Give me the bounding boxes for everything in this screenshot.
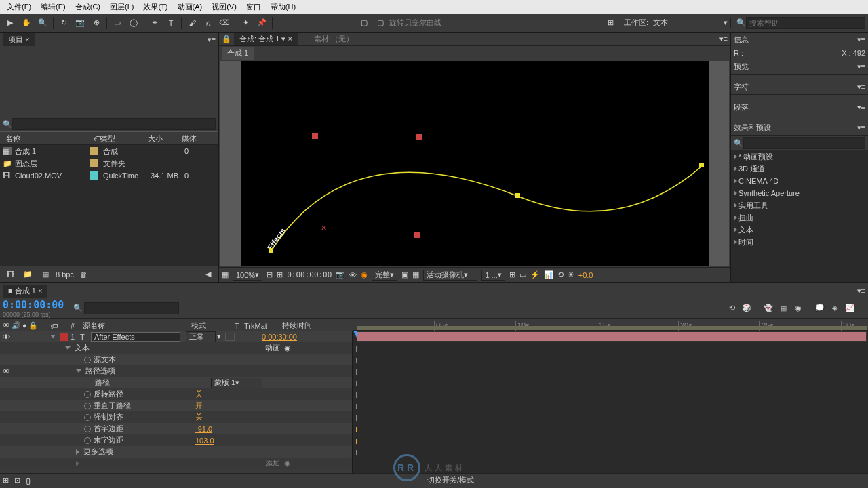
twirl-icon[interactable]	[76, 449, 79, 455]
toolbar-opt2-icon[interactable]: ▢	[373, 16, 388, 30]
preview-panel-tab[interactable]: 预览	[734, 62, 749, 72]
zoom-dropdown[interactable]: 100% ▾	[233, 270, 262, 281]
menu-edit[interactable]: 编辑(E)	[37, 1, 70, 14]
res-up-icon[interactable]: ⊞	[277, 270, 283, 279]
panel-menu-icon[interactable]: ▾≡	[857, 35, 865, 44]
workspace-dropdown[interactable]: 文本▾	[650, 18, 731, 28]
exposure-value[interactable]: +0.0	[578, 271, 593, 279]
toggle-modes-icon[interactable]: ⊡	[14, 476, 20, 485]
motion-blur-icon[interactable]: ◉	[791, 301, 806, 316]
selection-tool-icon[interactable]: ▶	[3, 16, 18, 30]
interpret-footage-icon[interactable]: 🎞	[3, 267, 18, 282]
comp-flow-icon[interactable]: ⟲	[557, 270, 564, 279]
shy-icon[interactable]: 👻	[761, 301, 776, 316]
menu-layer[interactable]: 图层(L)	[106, 1, 138, 14]
anchor-point-icon[interactable]	[312, 133, 318, 139]
effects-category[interactable]: * 动画预设	[731, 150, 868, 163]
rectangle-tool-icon[interactable]: ▭	[110, 16, 125, 30]
composition-viewer[interactable]: Effects ✕	[220, 61, 729, 266]
stopwatch-icon[interactable]	[84, 357, 91, 363]
project-item[interactable]: ▦ 合成 1 合成 0	[0, 145, 218, 157]
pen-tool-icon[interactable]: ✒	[147, 16, 162, 30]
graph-editor-icon[interactable]: 📈	[842, 301, 857, 316]
draft3d-icon[interactable]: 🎲	[739, 301, 754, 316]
property-value[interactable]: -91.0	[195, 425, 212, 433]
property-reverse-path[interactable]: 反转路径	[94, 389, 195, 399]
menu-effect[interactable]: 效果(T)	[139, 1, 172, 14]
panel-menu-icon[interactable]: ▾≡	[857, 287, 865, 296]
stopwatch-icon[interactable]	[84, 403, 91, 409]
twirl-icon[interactable]	[65, 346, 71, 350]
menu-animation[interactable]: 动画(A)	[174, 1, 207, 14]
label-color[interactable]	[90, 171, 98, 180]
resolution-dropdown[interactable]: 完整 ▾	[372, 270, 397, 281]
toolbar-opt1-icon[interactable]: ▢	[357, 16, 372, 30]
timeline-search-input[interactable]	[84, 302, 179, 314]
twirl-icon[interactable]	[50, 335, 56, 338]
duration-value[interactable]: 0:00:30:00	[262, 333, 297, 341]
info-panel-tab[interactable]: 信息	[734, 35, 749, 45]
puppet-tool-icon[interactable]: 📌	[254, 16, 269, 30]
property-perpendicular[interactable]: 垂直于路径	[94, 401, 195, 411]
path-mask-dropdown[interactable]: 蒙版 1 ▾	[211, 378, 262, 388]
property-value[interactable]: 103.0	[195, 436, 214, 445]
effects-category[interactable]: CINEMA 4D	[731, 175, 868, 187]
timeline-icon[interactable]: 📊	[544, 270, 553, 279]
work-area-bar[interactable]	[357, 326, 867, 330]
zoom-tool-icon[interactable]: 🔍	[35, 16, 50, 30]
camera-tool-icon[interactable]: 📷	[73, 16, 87, 30]
menu-file[interactable]: 文件(F)	[3, 1, 35, 14]
preserve-transparency-toggle[interactable]	[225, 333, 235, 341]
column-trkmat[interactable]: TrkMat	[244, 322, 282, 330]
panel-menu-icon[interactable]: ▾≡	[857, 123, 865, 132]
effects-category[interactable]: 扭曲	[731, 211, 868, 224]
transparency-grid-icon[interactable]: ▦	[412, 270, 419, 279]
res-down-icon[interactable]: ⊟	[267, 270, 273, 279]
column-duration[interactable]: 持续时间	[282, 321, 312, 331]
channel-icon[interactable]: ◉	[361, 270, 368, 279]
share-view-icon[interactable]: ⊞	[509, 270, 515, 279]
effects-category[interactable]: 文本	[731, 224, 868, 236]
camera-dropdown[interactable]: 活动摄像机 ▾	[423, 270, 477, 281]
property-value[interactable]: 关	[195, 412, 203, 422]
snap-icon[interactable]: ⊞	[604, 16, 618, 30]
menu-composition[interactable]: 合成(C)	[71, 1, 104, 14]
add-button[interactable]: 添加: ◉	[265, 458, 291, 468]
stopwatch-icon[interactable]	[84, 437, 91, 444]
new-folder-icon[interactable]: 📁	[20, 267, 35, 282]
toggle-brackets-icon[interactable]: {}	[26, 476, 31, 485]
hand-tool-icon[interactable]: ✋	[19, 16, 34, 30]
anchor-point-icon[interactable]	[414, 232, 420, 238]
current-time[interactable]: 0:00:00:00	[3, 299, 73, 311]
effects-category[interactable]: 实用工具	[731, 199, 868, 211]
property-path-options[interactable]: 路径选项	[85, 366, 115, 376]
time-ruler[interactable]: 05s 10s 15s 20s 25s 30s	[353, 319, 868, 331]
property-last-margin[interactable]: 末字边距	[94, 435, 195, 445]
layer-anchor-icon[interactable]: ✕	[321, 224, 327, 232]
panel-menu-icon[interactable]: ▾≡	[857, 103, 865, 112]
grid-icon[interactable]: ▦	[222, 270, 229, 279]
stopwatch-icon[interactable]	[84, 391, 91, 398]
layer-name-field[interactable]: After Effects	[91, 332, 180, 342]
rotate-tool-icon[interactable]: ↻	[56, 16, 71, 30]
column-name[interactable]: 名称	[3, 134, 91, 144]
effects-search-input[interactable]	[743, 137, 865, 149]
reset-exposure-icon[interactable]: ☀	[568, 270, 574, 279]
search-help-input[interactable]	[746, 17, 865, 29]
comp-mini-flow-icon[interactable]: ⟲	[724, 301, 739, 316]
layer-duration-bar[interactable]	[357, 331, 867, 342]
panel-menu-icon[interactable]: ▾≡	[208, 35, 216, 44]
character-panel-tab[interactable]: 字符	[734, 82, 749, 92]
menu-view[interactable]: 视图(V)	[208, 1, 241, 14]
property-source-text[interactable]: 源文本	[94, 354, 116, 365]
property-value[interactable]: 开	[195, 401, 203, 411]
composition-canvas[interactable]: Effects ✕	[241, 61, 709, 266]
stopwatch-icon[interactable]	[84, 426, 91, 432]
project-item[interactable]: 📁 固态层 文件夹	[0, 157, 218, 169]
panel-menu-icon[interactable]: ▾≡	[719, 35, 728, 43]
column-source-name[interactable]: 源名称	[83, 321, 191, 331]
new-comp-icon[interactable]: ▦	[38, 267, 53, 282]
effects-presets-tab[interactable]: 效果和预设	[734, 123, 771, 133]
text-tool-icon[interactable]: T	[163, 16, 178, 30]
property-force-align[interactable]: 强制对齐	[94, 412, 195, 422]
